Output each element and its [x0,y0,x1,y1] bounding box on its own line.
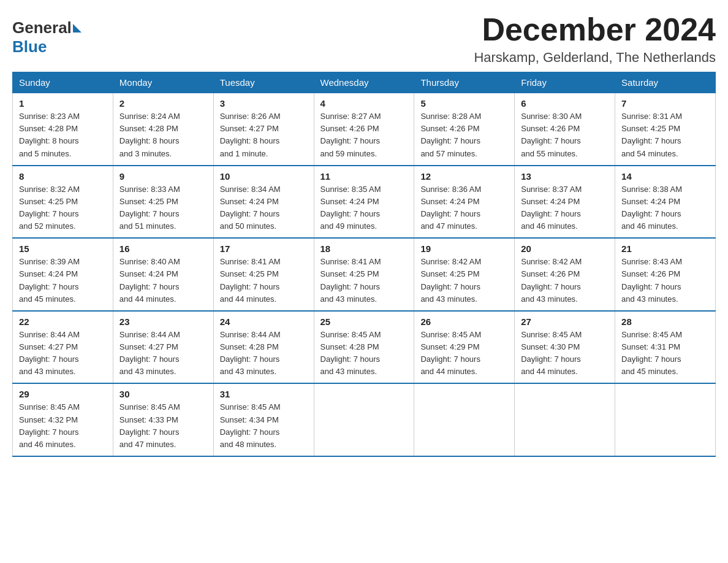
day-info: Sunrise: 8:40 AMSunset: 4:24 PMDaylight:… [119,256,207,305]
calendar-cell: 23Sunrise: 8:44 AMSunset: 4:27 PMDayligh… [113,311,213,384]
calendar-cell: 18Sunrise: 8:41 AMSunset: 4:25 PMDayligh… [314,238,414,311]
day-info: Sunrise: 8:45 AMSunset: 4:29 PMDaylight:… [420,329,508,378]
weekday-header-thursday: Thursday [414,72,515,93]
calendar-cell [615,383,716,456]
day-info: Sunrise: 8:28 AMSunset: 4:26 PMDaylight:… [420,110,508,160]
day-number: 12 [420,171,508,182]
calendar-cell: 30Sunrise: 8:45 AMSunset: 4:33 PMDayligh… [113,383,213,456]
day-info: Sunrise: 8:36 AMSunset: 4:24 PMDaylight:… [420,183,508,233]
logo-blue-text: Blue [12,37,47,56]
month-title: December 2024 [474,12,716,47]
day-number: 18 [320,243,408,254]
day-info: Sunrise: 8:41 AMSunset: 4:25 PMDaylight:… [320,256,408,305]
weekday-header-tuesday: Tuesday [213,72,314,93]
day-number: 9 [119,171,207,182]
calendar-cell: 15Sunrise: 8:39 AMSunset: 4:24 PMDayligh… [13,238,113,311]
day-info: Sunrise: 8:43 AMSunset: 4:26 PMDaylight:… [621,256,709,305]
day-number: 8 [19,171,107,182]
day-number: 4 [320,98,408,109]
calendar-cell [314,383,414,456]
day-number: 22 [19,316,107,327]
day-info: Sunrise: 8:27 AMSunset: 4:26 PMDaylight:… [320,110,408,160]
calendar-cell: 26Sunrise: 8:45 AMSunset: 4:29 PMDayligh… [414,311,515,384]
calendar-cell: 10Sunrise: 8:34 AMSunset: 4:24 PMDayligh… [213,166,314,239]
calendar-cell: 1Sunrise: 8:23 AMSunset: 4:28 PMDaylight… [13,93,113,166]
calendar-cell: 20Sunrise: 8:42 AMSunset: 4:26 PMDayligh… [515,238,615,311]
day-number: 27 [521,316,609,327]
day-info: Sunrise: 8:44 AMSunset: 4:28 PMDaylight:… [220,329,308,378]
day-number: 14 [621,171,709,182]
day-number: 19 [420,243,508,254]
calendar-cell: 27Sunrise: 8:45 AMSunset: 4:30 PMDayligh… [515,311,615,384]
calendar-cell: 28Sunrise: 8:45 AMSunset: 4:31 PMDayligh… [615,311,716,384]
day-info: Sunrise: 8:37 AMSunset: 4:24 PMDaylight:… [521,183,609,233]
day-number: 6 [521,98,609,109]
weekday-header-saturday: Saturday [615,72,716,93]
day-info: Sunrise: 8:42 AMSunset: 4:26 PMDaylight:… [521,256,609,305]
day-number: 17 [220,243,308,254]
day-number: 3 [220,98,308,109]
day-info: Sunrise: 8:45 AMSunset: 4:30 PMDaylight:… [521,329,609,378]
day-info: Sunrise: 8:42 AMSunset: 4:25 PMDaylight:… [420,256,508,305]
calendar-table: SundayMondayTuesdayWednesdayThursdayFrid… [12,72,716,457]
day-info: Sunrise: 8:44 AMSunset: 4:27 PMDaylight:… [19,329,107,378]
calendar-cell: 29Sunrise: 8:45 AMSunset: 4:32 PMDayligh… [13,383,113,456]
weekday-header-wednesday: Wednesday [314,72,414,93]
location-subtitle: Harskamp, Gelderland, The Netherlands [474,50,716,66]
day-info: Sunrise: 8:45 AMSunset: 4:32 PMDaylight:… [19,401,107,451]
calendar-week-row: 1Sunrise: 8:23 AMSunset: 4:28 PMDaylight… [13,93,716,166]
day-info: Sunrise: 8:31 AMSunset: 4:25 PMDaylight:… [621,110,709,160]
calendar-cell [414,383,515,456]
calendar-cell: 2Sunrise: 8:24 AMSunset: 4:28 PMDaylight… [113,93,213,166]
day-info: Sunrise: 8:41 AMSunset: 4:25 PMDaylight:… [220,256,308,305]
day-number: 15 [19,243,107,254]
calendar-cell: 16Sunrise: 8:40 AMSunset: 4:24 PMDayligh… [113,238,213,311]
calendar-cell: 4Sunrise: 8:27 AMSunset: 4:26 PMDaylight… [314,93,414,166]
calendar-cell: 3Sunrise: 8:26 AMSunset: 4:27 PMDaylight… [213,93,314,166]
day-info: Sunrise: 8:24 AMSunset: 4:28 PMDaylight:… [119,110,207,160]
logo-triangle-icon [73,24,82,33]
calendar-week-row: 15Sunrise: 8:39 AMSunset: 4:24 PMDayligh… [13,238,716,311]
day-number: 30 [119,389,207,399]
weekday-header-sunday: Sunday [13,72,113,93]
day-number: 7 [621,98,709,109]
day-info: Sunrise: 8:45 AMSunset: 4:34 PMDaylight:… [220,401,308,451]
calendar-week-row: 22Sunrise: 8:44 AMSunset: 4:27 PMDayligh… [13,311,716,384]
logo: General Blue [12,18,83,56]
day-number: 13 [521,171,609,182]
calendar-week-row: 8Sunrise: 8:32 AMSunset: 4:25 PMDaylight… [13,166,716,239]
day-number: 10 [220,171,308,182]
weekday-header-friday: Friday [515,72,615,93]
calendar-cell: 6Sunrise: 8:30 AMSunset: 4:26 PMDaylight… [515,93,615,166]
day-number: 31 [220,389,308,399]
day-info: Sunrise: 8:39 AMSunset: 4:24 PMDaylight:… [19,256,107,305]
day-number: 2 [119,98,207,109]
calendar-cell: 22Sunrise: 8:44 AMSunset: 4:27 PMDayligh… [13,311,113,384]
day-number: 29 [19,389,107,399]
calendar-cell: 8Sunrise: 8:32 AMSunset: 4:25 PMDaylight… [13,166,113,239]
day-number: 20 [521,243,609,254]
day-info: Sunrise: 8:35 AMSunset: 4:24 PMDaylight:… [320,183,408,233]
day-info: Sunrise: 8:26 AMSunset: 4:27 PMDaylight:… [220,110,308,160]
page-header: General Blue December 2024 Harskamp, Gel… [12,12,716,66]
calendar-cell: 13Sunrise: 8:37 AMSunset: 4:24 PMDayligh… [515,166,615,239]
day-number: 16 [119,243,207,254]
calendar-cell: 21Sunrise: 8:43 AMSunset: 4:26 PMDayligh… [615,238,716,311]
day-info: Sunrise: 8:45 AMSunset: 4:31 PMDaylight:… [621,329,709,378]
day-info: Sunrise: 8:45 AMSunset: 4:33 PMDaylight:… [119,401,207,451]
calendar-cell: 7Sunrise: 8:31 AMSunset: 4:25 PMDaylight… [615,93,716,166]
calendar-cell: 19Sunrise: 8:42 AMSunset: 4:25 PMDayligh… [414,238,515,311]
title-block: December 2024 Harskamp, Gelderland, The … [474,12,716,66]
day-info: Sunrise: 8:32 AMSunset: 4:25 PMDaylight:… [19,183,107,233]
calendar-cell: 25Sunrise: 8:45 AMSunset: 4:28 PMDayligh… [314,311,414,384]
day-info: Sunrise: 8:33 AMSunset: 4:25 PMDaylight:… [119,183,207,233]
calendar-cell: 12Sunrise: 8:36 AMSunset: 4:24 PMDayligh… [414,166,515,239]
calendar-cell: 17Sunrise: 8:41 AMSunset: 4:25 PMDayligh… [213,238,314,311]
weekday-header-monday: Monday [113,72,213,93]
calendar-week-row: 29Sunrise: 8:45 AMSunset: 4:32 PMDayligh… [13,383,716,456]
day-number: 5 [420,98,508,109]
day-info: Sunrise: 8:34 AMSunset: 4:24 PMDaylight:… [220,183,308,233]
day-number: 24 [220,316,308,327]
day-info: Sunrise: 8:30 AMSunset: 4:26 PMDaylight:… [521,110,609,160]
day-number: 21 [621,243,709,254]
